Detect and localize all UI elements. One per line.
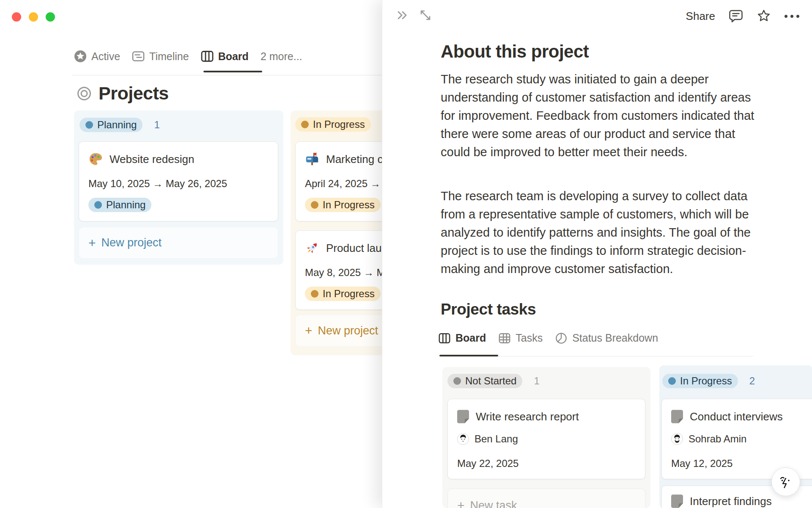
column-status-pill[interactable]: In Progress — [662, 374, 738, 388]
minimize-button[interactable] — [29, 12, 38, 22]
card-status-tag: In Progress — [305, 287, 381, 301]
column-count: 2 — [749, 375, 755, 387]
palette-emoji — [88, 152, 103, 166]
tab-label: Board — [218, 50, 249, 63]
star-icon[interactable] — [757, 9, 771, 23]
card-date: May 12, 2025 — [671, 458, 732, 469]
page-icon — [671, 410, 683, 423]
page-icon — [457, 410, 469, 423]
task-view-tabs: Board Tasks Status Breakdown — [439, 332, 658, 344]
tab-more-views[interactable]: 2 more... — [261, 50, 302, 63]
active-tab-underline — [203, 71, 262, 72]
card-title: Interpret findings — [690, 495, 772, 508]
page-icon — [671, 494, 683, 508]
expand-diagonal-icon[interactable] — [419, 8, 432, 22]
notion-ai-face-icon — [777, 473, 795, 491]
table-icon — [499, 332, 510, 344]
page-title: Projects — [99, 83, 169, 104]
timeline-icon — [132, 50, 145, 63]
share-button[interactable]: Share — [686, 10, 715, 23]
card-title: Website redesign — [110, 153, 194, 166]
column-count: 1 — [534, 375, 539, 387]
mailbox-emoji — [305, 152, 319, 166]
new-project-button[interactable]: + New project — [79, 227, 278, 259]
tab-label: 2 more... — [261, 50, 302, 63]
column-status-pill[interactable]: Not Started — [447, 374, 522, 388]
tab-board-view[interactable]: Board — [439, 332, 486, 344]
task-card-conduct-interviews[interactable]: Conduct interviews Sohrab Amin May 12, 2… — [661, 399, 812, 479]
card-title: Product laun — [326, 242, 388, 255]
card-date-range: April 24, 2025 → M — [305, 178, 392, 190]
status-dot — [453, 377, 461, 385]
pie-chart-icon — [555, 332, 567, 344]
zoom-button[interactable] — [46, 12, 55, 22]
plus-icon: + — [457, 499, 465, 508]
board-icon — [201, 50, 214, 63]
column-status-pill[interactable]: Planning — [80, 118, 143, 132]
status-dot — [301, 121, 309, 128]
card-title: Conduct interviews — [690, 410, 783, 423]
side-peek-panel: Share About this project The research st… — [382, 0, 812, 508]
tab-active-view[interactable]: Active — [74, 50, 120, 63]
card-status-tag: In Progress — [305, 198, 381, 212]
status-dot — [94, 201, 102, 209]
star-circle-icon — [74, 50, 87, 63]
doc-title: About this project — [441, 41, 589, 62]
assignee-name: Sohrab Amin — [689, 433, 746, 445]
card-title: Marketing c — [326, 153, 383, 166]
tab-label: Timeline — [149, 50, 189, 63]
traffic-lights — [12, 12, 55, 22]
project-card-website-redesign[interactable]: Website redesign May 10, 2025 → May 26, … — [79, 141, 278, 221]
column-count: 1 — [154, 119, 159, 131]
tabs-divider — [439, 356, 753, 356]
column-status-pill[interactable]: In Progress — [295, 117, 371, 132]
double-chevron-right-icon[interactable] — [396, 8, 409, 22]
tab-board-view[interactable]: Board — [201, 50, 249, 63]
avatar-sohrab-amin — [671, 433, 683, 445]
board-column-planning: Planning 1 Website redesign May 10, 2025… — [74, 110, 283, 265]
task-card-write-research-report[interactable]: Write research report Ben Lang May 22, 2… — [447, 399, 645, 479]
doc-paragraph: The research study was initiated to gain… — [441, 70, 754, 161]
doc-subtitle: Project tasks — [441, 301, 536, 318]
card-date-range: May 8, 2025 → Ma — [305, 267, 391, 279]
card-date-range: May 10, 2025 → May 26, 2025 — [88, 178, 227, 190]
close-button[interactable] — [12, 12, 21, 22]
card-status-tag: Planning — [88, 198, 151, 212]
bullseye-icon — [77, 86, 92, 101]
doc-paragraph: The research team is developing a survey… — [441, 187, 754, 278]
new-task-button[interactable]: + New task — [447, 489, 645, 508]
notion-ai-button[interactable] — [771, 467, 800, 496]
tab-tasks-view[interactable]: Tasks — [499, 332, 543, 344]
status-dot — [311, 201, 318, 209]
tab-status-breakdown-view[interactable]: Status Breakdown — [555, 332, 658, 344]
status-dot — [85, 121, 93, 129]
plus-icon: + — [305, 324, 313, 337]
status-dot — [311, 290, 318, 298]
status-dot — [668, 377, 676, 385]
plus-icon: + — [88, 237, 96, 249]
assignee-name: Ben Lang — [475, 433, 518, 445]
avatar-ben-lang — [457, 433, 469, 445]
card-title: Write research report — [476, 410, 579, 423]
more-icon[interactable] — [785, 15, 799, 18]
tab-timeline-view[interactable]: Timeline — [132, 50, 189, 63]
rocket-emoji — [305, 241, 319, 255]
tab-label: Active — [91, 50, 120, 63]
comment-icon[interactable] — [729, 9, 743, 23]
task-column-not-started: Not Started 1 Write research report Ben … — [442, 367, 650, 508]
view-tabs: Active Timeline Board 2 more... — [74, 47, 302, 66]
board-icon — [439, 332, 450, 344]
card-date: May 22, 2025 — [457, 458, 518, 469]
